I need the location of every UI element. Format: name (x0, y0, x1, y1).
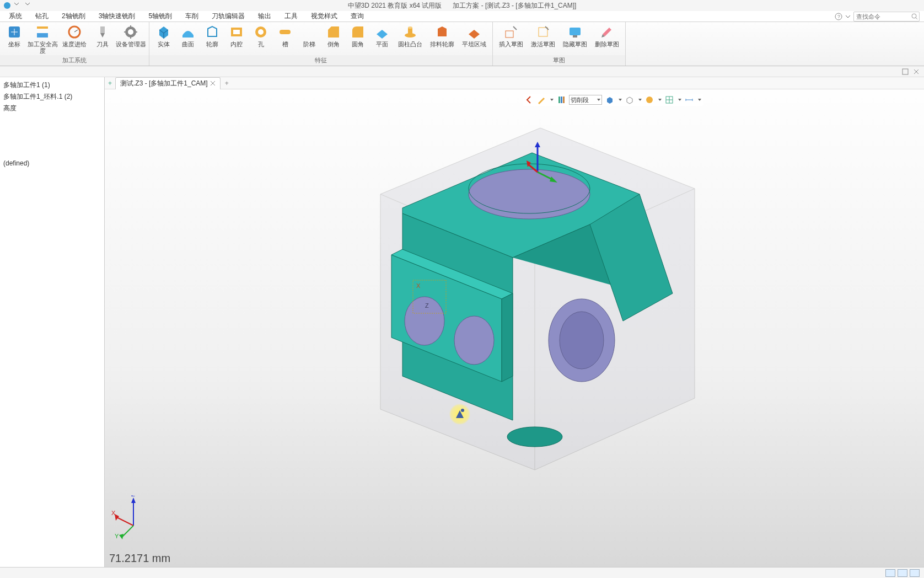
menu-query[interactable]: 查询 (344, 10, 370, 22)
tree-item[interactable]: 多轴加工件1_坯料.1 (2) (1, 91, 103, 103)
vt-sphere-icon[interactable] (645, 95, 654, 104)
camera-highlight-icon[interactable] (449, 404, 470, 425)
btn-plane[interactable]: 平面 (370, 23, 394, 55)
view-layout-3[interactable] (910, 569, 920, 577)
btn-hole[interactable]: 孔 (249, 23, 273, 55)
window-title: 中望3D 2021 教育版 x64 试用版 加工方案 - [测试.Z3 - [多… (348, 1, 577, 10)
menu-toolpath-editor[interactable]: 刀轨编辑器 (205, 10, 251, 22)
flat-region-icon (466, 24, 482, 40)
insert-sketch-icon (503, 24, 519, 40)
vt-back-icon[interactable] (525, 95, 534, 104)
close-icon[interactable] (210, 81, 216, 86)
btn-safe-height[interactable]: 加工安全高度 (26, 23, 58, 55)
view-layout-1[interactable] (885, 569, 895, 577)
tree-item[interactable]: 高度 (1, 103, 103, 114)
vt-column-icon[interactable] (557, 95, 566, 104)
btn-nest-profile[interactable]: 排料轮廓 (426, 23, 458, 55)
activate-sketch-icon (535, 24, 551, 40)
menu-2axis[interactable]: 2轴铣削 (55, 10, 92, 22)
boss-icon (402, 24, 418, 40)
axis-label-y: Y (115, 533, 119, 539)
btn-slot[interactable]: 槽 (273, 23, 297, 55)
search-input[interactable] (856, 13, 911, 20)
svg-rect-22 (570, 28, 581, 35)
svg-point-28 (646, 97, 653, 103)
chevron-down-icon[interactable] (678, 99, 681, 101)
hide-sketch-icon (567, 24, 583, 40)
menu-tools[interactable]: 工具 (278, 10, 304, 22)
plane-icon (374, 24, 390, 40)
panel-close-icon[interactable] (913, 68, 920, 75)
btn-speed-feed[interactable]: 速度进给 (58, 23, 90, 55)
dropdown-more-icon[interactable] (846, 14, 850, 19)
menu-3axis[interactable]: 3轴快速铣削 (92, 10, 142, 22)
viewport-toolbar: 切削段 (523, 94, 703, 106)
command-search[interactable] (853, 12, 920, 22)
svg-text:?: ? (837, 14, 840, 19)
ribbon-group-sketch: 插入草图 激活草图 隐藏草图 删除草图 草图 (493, 22, 626, 66)
svg-line-42 (117, 517, 133, 526)
btn-coordinate[interactable]: 坐标 (2, 23, 26, 55)
menu-visual-style[interactable]: 视觉样式 (304, 10, 344, 22)
btn-fillet[interactable]: 圆角 (346, 23, 370, 55)
vt-cube2-icon[interactable] (625, 95, 634, 104)
display-mode-dropdown[interactable]: 切削段 (569, 95, 602, 105)
svg-rect-20 (506, 31, 513, 38)
panel-header (0, 66, 924, 77)
svg-point-33 (454, 316, 494, 365)
ribbon-group-machining: 坐标 加工安全高度 速度进给 刀具 设备管理器 加工系统 (0, 22, 149, 66)
btn-delete-sketch[interactable]: 删除草图 (591, 23, 623, 55)
tab-add-left-icon[interactable]: + (108, 79, 115, 87)
chevron-down-icon[interactable] (638, 99, 642, 101)
btn-device-manager[interactable]: 设备管理器 (115, 23, 147, 55)
btn-activate-sketch[interactable]: 激活草图 (527, 23, 559, 55)
menu-drill[interactable]: 钻孔 (29, 10, 55, 22)
btn-tool[interactable]: 刀具 (90, 23, 115, 55)
view-layout-2[interactable] (898, 569, 907, 577)
svg-point-15 (258, 29, 264, 35)
tab-add-button[interactable]: + (221, 79, 233, 87)
svg-rect-16 (280, 30, 291, 34)
chevron-down-icon[interactable] (658, 99, 662, 101)
btn-hide-sketch[interactable]: 隐藏草图 (559, 23, 591, 55)
menu-5axis[interactable]: 5轴铣削 (142, 10, 179, 22)
help-icon[interactable]: ? (835, 13, 842, 20)
tree-item-defined[interactable]: (defined) (1, 158, 103, 168)
qat-arrow-icon[interactable] (14, 2, 22, 9)
btn-surface[interactable]: 曲面 (176, 23, 200, 55)
btn-chamfer[interactable]: 倒角 (321, 23, 346, 55)
vt-pencil-icon[interactable] (537, 95, 546, 104)
vt-grid-icon[interactable] (665, 95, 674, 104)
viewport-3d[interactable]: 切削段 (105, 89, 924, 567)
qat-dropdown-icon[interactable] (25, 2, 33, 9)
btn-boss[interactable]: 圆柱凸台 (394, 23, 426, 55)
vt-measure-icon[interactable] (685, 95, 694, 104)
tree-item[interactable]: 多轴加工件1 (1) (1, 79, 103, 91)
group-label-machining: 加工系统 (0, 55, 149, 66)
nest-profile-icon (434, 24, 450, 40)
search-icon[interactable] (911, 13, 918, 20)
btn-flat-region[interactable]: 平坦区域 (458, 23, 490, 55)
chevron-down-icon[interactable] (619, 99, 622, 101)
chamfer-icon (326, 24, 341, 40)
menu-output[interactable]: 输出 (251, 10, 278, 22)
vt-cube-icon[interactable] (605, 95, 614, 104)
chevron-down-icon[interactable] (550, 99, 554, 101)
btn-insert-sketch[interactable]: 插入草图 (495, 23, 527, 55)
btn-solid[interactable]: 实体 (152, 23, 176, 55)
axes-triad-corner[interactable]: Z X Y (111, 495, 155, 539)
chevron-down-icon[interactable] (698, 99, 701, 101)
btn-profile[interactable]: 轮廓 (200, 23, 224, 55)
dimension-readout: 71.2171 mm (105, 550, 175, 567)
btn-step[interactable]: 阶梯 (297, 23, 321, 55)
panel-max-icon[interactable] (902, 68, 909, 75)
document-tab-active[interactable]: 测试.Z3 - [多轴加工件1_CAM] (115, 77, 221, 89)
coordinate-icon (7, 24, 22, 40)
btn-pocket[interactable]: 内腔 (224, 23, 249, 55)
menu-system[interactable]: 系统 (2, 10, 29, 22)
svg-rect-26 (561, 97, 562, 103)
dropdown-value: 切削段 (571, 96, 589, 104)
menu-lathe[interactable]: 车削 (179, 10, 205, 22)
tab-label: 测试.Z3 - [多轴加工件1_CAM] (120, 79, 208, 88)
profile-icon (205, 24, 220, 40)
